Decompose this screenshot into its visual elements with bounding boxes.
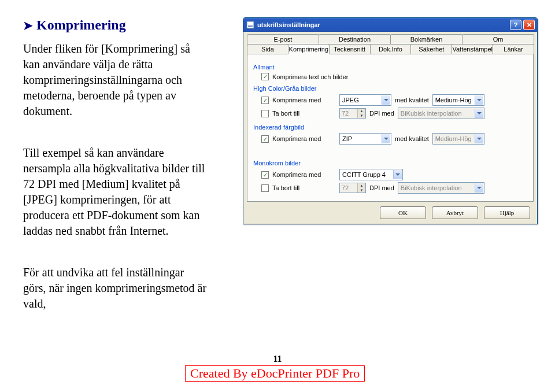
tab-destination[interactable]: Destination xyxy=(319,34,391,44)
page-number: 11 xyxy=(0,354,555,364)
titlebar: utskriftsinställningar ? ✕ xyxy=(243,18,537,32)
svg-rect-0 xyxy=(247,21,254,28)
combo-high-method[interactable]: JPEG xyxy=(339,94,391,106)
tab-komprimering[interactable]: Komprimering xyxy=(288,44,330,54)
tab-content: Allmänt Komprimera text och bilder High … xyxy=(247,54,534,202)
document-body: Under fliken för [Komprimering] så kan a… xyxy=(23,41,208,312)
group-highcolor: High Color/Gråa bilder xyxy=(253,85,527,92)
checkbox-compress-text-images[interactable] xyxy=(261,73,269,80)
tab-teckensnitt[interactable]: Teckensnitt xyxy=(329,44,371,54)
spinner-high-dpi[interactable]: 72▲▼ xyxy=(339,108,366,119)
tab-lankar[interactable]: Länkar xyxy=(493,44,534,54)
tab-om[interactable]: Om xyxy=(462,34,534,44)
tab-bokmarken[interactable]: Bokmärken xyxy=(390,34,462,44)
label-mono-dpi-med: DPI med xyxy=(369,184,394,191)
label-compress-text-images: Komprimera text och bilder xyxy=(272,73,348,80)
checkbox-indexed-compress-with[interactable] xyxy=(261,135,269,143)
footer-credit-text: Created By eDocPrinter PDF Pro xyxy=(190,366,360,380)
app-icon xyxy=(246,20,255,29)
group-mono: Monokrom bilder xyxy=(253,160,527,167)
tab-dokinfo[interactable]: Dok.Info xyxy=(370,44,412,54)
label-high-med-kvalitet: med kvalitet xyxy=(395,97,429,103)
spinner-mono-dpi[interactable]: 72▲▼ xyxy=(339,183,366,193)
checkbox-mono-compress-with[interactable] xyxy=(261,171,269,179)
tab-sakerhet[interactable]: Säkerhet xyxy=(410,44,452,54)
triangle-bullet-icon: ➤ xyxy=(23,19,33,32)
tab-sida[interactable]: Sida xyxy=(247,44,288,54)
label-high-compress-with: Komprimera med xyxy=(272,97,336,103)
paragraph-2: Till exempel så kan användare nersampla … xyxy=(23,145,208,239)
help-button[interactable]: Hjälp xyxy=(484,206,530,219)
label-indexed-med-kvalitet: med kvalitet xyxy=(395,135,429,142)
footer-credit-box: Created By eDocPrinter PDF Pro xyxy=(185,365,365,382)
titlebar-help-button[interactable]: ? xyxy=(510,20,521,30)
label-indexed-compress-with: Komprimera med xyxy=(272,135,336,142)
titlebar-close-button[interactable]: ✕ xyxy=(523,20,535,30)
dialog-title: utskriftsinställningar xyxy=(257,21,508,28)
group-indexed: Indexerad färgbild xyxy=(253,124,527,131)
label-mono-downsample: Ta bort till xyxy=(272,184,336,191)
combo-indexed-method[interactable]: ZIP xyxy=(339,133,391,145)
ok-button[interactable]: OK xyxy=(380,206,426,219)
tab-epost[interactable]: E-post xyxy=(247,34,319,44)
label-mono-compress-with: Komprimera med xyxy=(272,171,336,178)
paragraph-1: Under fliken för [Komprimering] så kan a… xyxy=(23,41,208,119)
tab-vattenstampel[interactable]: Vattenstämpel xyxy=(452,44,493,54)
print-settings-dialog: utskriftsinställningar ? ✕ E-post Destin… xyxy=(243,17,538,224)
label-high-dpi-med: DPI med xyxy=(369,110,394,117)
checkbox-mono-downsample[interactable] xyxy=(261,184,269,192)
checkbox-high-downsample[interactable] xyxy=(261,110,269,117)
group-allmant: Allmänt xyxy=(253,64,527,71)
checkbox-high-compress-with[interactable] xyxy=(261,97,269,104)
combo-mono-method[interactable]: CCITT Grupp 4 xyxy=(339,169,403,180)
combo-high-quality[interactable]: Medium-Hög xyxy=(432,94,484,106)
paragraph-3: För att undvika att fel inställningar gö… xyxy=(23,265,208,312)
svg-rect-1 xyxy=(248,25,253,27)
combo-mono-interp: BiKubisk interpolation xyxy=(398,182,484,194)
cancel-button[interactable]: Avbryt xyxy=(432,206,478,219)
label-high-downsample: Ta bort till xyxy=(272,110,336,117)
combo-indexed-quality: Medium-Hög xyxy=(432,133,484,145)
combo-high-interp: BiKubisk interpolation xyxy=(398,108,484,119)
